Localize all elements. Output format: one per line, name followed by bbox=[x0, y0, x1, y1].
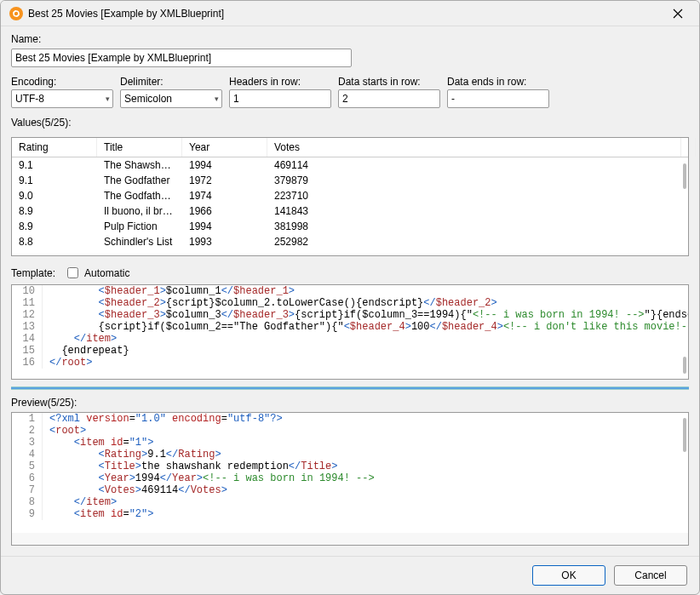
data-start-input[interactable] bbox=[338, 89, 440, 108]
code-line[interactable]: 7 <Votes>469114</Votes> bbox=[12, 484, 688, 496]
table-cell: 141843 bbox=[267, 203, 681, 219]
data-end-label: Data ends in row: bbox=[447, 76, 549, 88]
code-line[interactable]: 11 <$header_2>{script}$column_2.toLowerC… bbox=[12, 297, 688, 309]
code-line[interactable]: 15 {endrepeat} bbox=[12, 345, 688, 357]
app-icon bbox=[9, 7, 23, 20]
headers-row-input[interactable] bbox=[229, 89, 331, 108]
code-line[interactable]: 10 <$header_1>$column_1</$header_1> bbox=[12, 285, 688, 297]
table-cell: 1994 bbox=[182, 219, 267, 234]
line-number: 9 bbox=[12, 508, 43, 520]
code-text: <$header_3>$column_3</$header_3>{script}… bbox=[43, 309, 689, 321]
delimiter-value[interactable] bbox=[120, 89, 222, 108]
code-text: <Rating>9.1</Rating> bbox=[43, 449, 221, 461]
code-text: </item> bbox=[43, 333, 117, 345]
encoding-label: Encoding: bbox=[11, 76, 113, 88]
values-body[interactable]: 9.1The Shawshank ...19944691149.1The God… bbox=[12, 157, 688, 253]
table-row[interactable]: 8.9Pulp Fiction1994381998 bbox=[12, 219, 688, 234]
table-cell: 1972 bbox=[182, 173, 267, 188]
ok-button[interactable]: OK bbox=[532, 565, 605, 586]
table-row[interactable]: 9.1The Godfather1972379879 bbox=[12, 173, 688, 188]
table-cell: Schindler's List bbox=[97, 234, 182, 249]
splitter[interactable] bbox=[11, 386, 689, 390]
line-number: 3 bbox=[12, 437, 43, 449]
values-grid: RatingTitleYearVotes 9.1The Shawshank ..… bbox=[11, 137, 689, 256]
line-number: 5 bbox=[12, 461, 43, 472]
table-row[interactable]: 8.8Schindler's List1993252982 bbox=[12, 234, 688, 249]
table-cell: 379879 bbox=[267, 173, 681, 188]
table-row[interactable]: 9.1The Shawshank ...1994469114 bbox=[12, 157, 688, 173]
preview-editor[interactable]: 1<?xml version="1.0" encoding="utf-8"?>2… bbox=[11, 412, 689, 546]
column-header[interactable]: Rating bbox=[12, 138, 97, 157]
line-number: 1 bbox=[12, 413, 43, 425]
code-line[interactable]: 8 </item> bbox=[12, 496, 688, 508]
code-line[interactable]: 2<root> bbox=[12, 425, 688, 437]
code-text: <Votes>469114</Votes> bbox=[43, 484, 227, 496]
scrollbar[interactable] bbox=[683, 418, 686, 452]
line-number: 16 bbox=[12, 357, 43, 369]
table-cell: Pulp Fiction bbox=[97, 219, 182, 234]
code-line[interactable]: 1<?xml version="1.0" encoding="utf-8"?> bbox=[12, 413, 688, 425]
line-number: 8 bbox=[12, 496, 43, 508]
column-header[interactable]: Votes bbox=[267, 138, 681, 157]
table-cell: 252982 bbox=[267, 234, 681, 249]
line-number: 7 bbox=[12, 484, 43, 496]
table-cell: The Godfather bbox=[97, 173, 182, 188]
code-text: {endrepeat} bbox=[43, 345, 129, 357]
table-cell: The Godfather: ... bbox=[97, 188, 182, 203]
table-cell: 8.9 bbox=[12, 219, 97, 234]
code-text: <Year>1994</Year><!-- i was born in 1994… bbox=[43, 472, 375, 484]
code-line[interactable]: 4 <Rating>9.1</Rating> bbox=[12, 449, 688, 461]
dialog-content: Name: Encoding: ▾ Delimiter: ▾ Headers i… bbox=[1, 26, 699, 556]
line-number: 14 bbox=[12, 333, 43, 345]
table-cell: 469114 bbox=[267, 157, 681, 173]
cancel-button[interactable]: Cancel bbox=[614, 565, 687, 586]
titlebar: Best 25 Movies [Example by XMLBlueprint] bbox=[1, 1, 699, 26]
template-editor[interactable]: 10 <$header_1>$column_1</$header_1>11 <$… bbox=[11, 284, 689, 380]
dialog-footer: OK Cancel bbox=[1, 556, 699, 594]
table-cell: 1994 bbox=[182, 157, 267, 173]
values-label: Values(5/25): bbox=[11, 117, 689, 129]
code-line[interactable]: 3 <item id="1"> bbox=[12, 437, 688, 449]
automatic-checkbox-wrap[interactable]: Automatic bbox=[64, 265, 129, 281]
code-text: <Title>the shawshank redemption</Title> bbox=[43, 461, 337, 472]
code-text: </root> bbox=[43, 357, 92, 369]
line-number: 13 bbox=[12, 321, 43, 333]
table-cell: 1993 bbox=[182, 234, 267, 249]
scrollbar[interactable] bbox=[683, 357, 686, 374]
code-line[interactable]: 9 <item id="2"> bbox=[12, 508, 688, 520]
table-cell: 1974 bbox=[182, 188, 267, 203]
encoding-value[interactable] bbox=[11, 89, 113, 108]
code-line[interactable]: 12 <$header_3>$column_3</$header_3>{scri… bbox=[12, 309, 688, 321]
code-text: <item id="2"> bbox=[43, 508, 153, 520]
column-header[interactable]: Year bbox=[182, 138, 267, 157]
code-text: <$header_1>$column_1</$header_1> bbox=[43, 285, 295, 297]
close-button[interactable] bbox=[665, 1, 691, 26]
code-line[interactable]: 16</root> bbox=[12, 357, 688, 369]
table-row[interactable]: 9.0The Godfather: ...1974223710 bbox=[12, 188, 688, 203]
delimiter-select[interactable]: ▾ bbox=[120, 89, 222, 108]
name-label: Name: bbox=[11, 33, 689, 45]
table-row[interactable]: 8.9Il buono, il brut...1966141843 bbox=[12, 203, 688, 219]
line-number: 12 bbox=[12, 309, 43, 321]
table-cell: 8.8 bbox=[12, 234, 97, 249]
preview-label: Preview(5/25): bbox=[11, 397, 689, 409]
code-line[interactable]: 14 </item> bbox=[12, 333, 688, 345]
data-end-input[interactable] bbox=[447, 89, 549, 108]
delimiter-label: Delimiter: bbox=[120, 76, 222, 88]
data-start-label: Data starts in row: bbox=[338, 76, 440, 88]
table-cell: The Shawshank ... bbox=[97, 157, 182, 173]
code-line[interactable]: 5 <Title>the shawshank redemption</Title… bbox=[12, 461, 688, 472]
line-number: 6 bbox=[12, 472, 43, 484]
automatic-checkbox[interactable] bbox=[67, 267, 78, 278]
line-number: 11 bbox=[12, 297, 43, 309]
scrollbar[interactable] bbox=[683, 163, 686, 189]
table-cell: 223710 bbox=[267, 188, 681, 203]
code-line[interactable]: 6 <Year>1994</Year><!-- i was born in 19… bbox=[12, 472, 688, 484]
name-input[interactable] bbox=[11, 49, 352, 67]
encoding-select[interactable]: ▾ bbox=[11, 89, 113, 108]
table-cell: 8.9 bbox=[12, 203, 97, 219]
line-number: 2 bbox=[12, 425, 43, 437]
column-header[interactable]: Title bbox=[97, 138, 182, 157]
code-line[interactable]: 13 {script}if($column_2=="The Godfather"… bbox=[12, 321, 688, 333]
headers-row-label: Headers in row: bbox=[229, 76, 331, 88]
